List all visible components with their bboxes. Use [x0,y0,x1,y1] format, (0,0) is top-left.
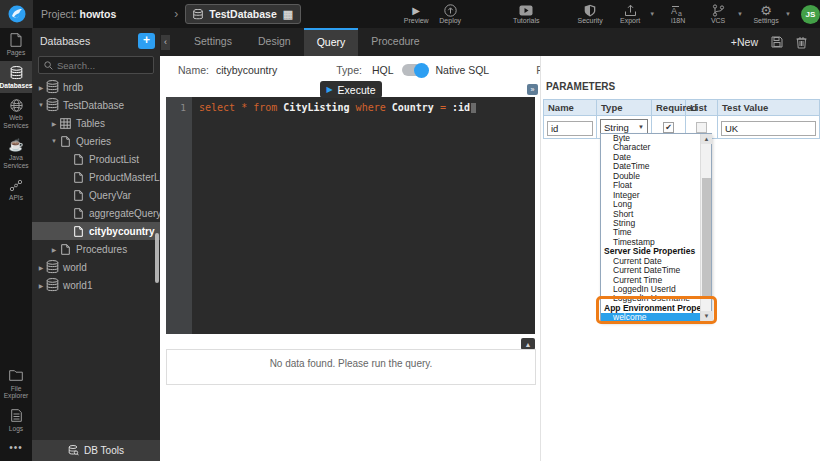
dropdown-option[interactable]: Current Time [601,276,700,285]
tab-settings[interactable]: Settings [181,28,245,56]
param-list-checkbox[interactable] [696,122,707,133]
topbar-action-tutorials[interactable]: Tutorials [509,5,543,24]
parameters-panel-toggle-icon[interactable]: » [527,84,538,95]
param-test-value-input[interactable] [721,121,816,136]
sql-type-toggle[interactable] [402,64,428,76]
tree-item-tables[interactable]: ▶Tables [32,114,160,132]
tabbar-actions: +New [731,36,807,49]
chevron-expanded-icon[interactable]: ▼ [36,102,46,108]
tree-item-world[interactable]: ▶world [32,258,160,276]
dropdown-option[interactable]: Byte [601,134,700,143]
dropdown-option[interactable]: Short [601,210,700,219]
dropdown-option[interactable]: Current Date [601,257,700,266]
dropdown-option[interactable]: Float [601,181,700,190]
globe-icon [10,98,23,112]
tree-item-hrdb[interactable]: ▶hrdb [32,78,160,96]
coffee-icon: ☕ [9,138,24,152]
topbar-action-label: VCS [711,17,725,24]
delete-icon[interactable] [796,36,807,49]
rail-item-pages[interactable]: Pages [0,28,32,61]
type-on-label: Native SQL [436,64,490,76]
tree-item-label: QueryVar [89,190,131,201]
rail-item-apis[interactable]: APIs [0,173,32,206]
tab-procedure[interactable]: Procedure [358,28,432,56]
column-header-test-value: Test Value [718,100,820,116]
chevron-collapsed-icon[interactable]: ▶ [36,264,46,271]
rail-item-java-services[interactable]: ☕Java Services [0,133,32,173]
tree-item-label: TestDatabase [63,100,124,111]
grid-icon[interactable]: ▦ [283,8,293,21]
dropdown-option[interactable]: Double [601,172,700,181]
dropdown-option[interactable]: Date [601,153,700,162]
tab-query[interactable]: Query [304,28,359,56]
sql-code-editor[interactable]: 1 select * from CityListing where Countr… [166,97,535,334]
topbar-action-i18n[interactable]: Aai18N [661,5,695,24]
entity-tab-testdatabase[interactable]: TestDatabase ▦ [185,4,301,24]
query-name-value[interactable]: citybycountry [216,64,277,76]
database-icon [46,98,59,112]
save-icon[interactable] [771,36,783,48]
dropdown-option[interactable]: Time [601,228,700,237]
dropdown-option[interactable]: Current DateTime [601,266,700,275]
tree-item-world1[interactable]: ▶world1 [32,276,160,294]
rail-item-web-services[interactable]: Web Services [0,93,32,133]
tree-item-aggregatequery[interactable]: aggregateQuery [32,204,160,222]
topbar-action-label: Deploy [439,17,461,24]
user-avatar[interactable]: JS [801,5,820,24]
tree-item-productlist[interactable]: ProductList [32,150,160,168]
add-database-button[interactable]: + [138,33,155,49]
chevron-collapsed-icon[interactable]: ▶ [49,120,59,127]
param-required-checkbox[interactable]: ✔ [663,122,674,133]
topbar-action-deploy[interactable]: Deploy [433,5,467,24]
dropdown-option[interactable]: Timestamp [601,238,700,247]
app-logo[interactable] [0,0,33,28]
left-rail: PagesDatabasesWeb Services☕Java Services… [0,28,32,461]
topbar-action-settings[interactable]: ⚙Settings [749,5,783,24]
new-query-button[interactable]: +New [731,36,758,48]
topbar-action-export[interactable]: Export [613,5,647,24]
param-name-input[interactable] [547,121,593,136]
rail-item-databases[interactable]: Databases [0,61,32,94]
search-input[interactable]: Search... [38,56,154,74]
execute-button[interactable]: ▶ Execute [320,81,382,98]
scroll-up-icon[interactable]: ▲ [701,134,712,144]
chevron-collapsed-icon[interactable]: ▶ [36,84,46,91]
rail-item-file-explorer[interactable]: File Explorer [0,364,32,404]
dropdown-option[interactable]: Character [601,143,700,152]
dropdown-scrollbar[interactable]: ▲ ▼ [700,134,711,321]
dropdown-option[interactable]: DateTime [601,162,700,171]
db-tools-label: DB Tools [84,445,124,456]
dropdown-option[interactable]: LoggedIn Username [601,294,700,303]
rail-item-logs[interactable]: Logs [0,404,32,437]
dropdown-option[interactable]: String [601,219,700,228]
db-tools-button[interactable]: DB Tools [32,440,160,461]
scroll-down-icon[interactable]: ▼ [701,311,712,321]
dropdown-option[interactable]: Long [601,200,700,209]
tree-item-queryvar[interactable]: QueryVar [32,186,160,204]
tree-item-testdatabase[interactable]: ▼TestDatabase [32,96,160,114]
chevron-expanded-icon[interactable]: ▼ [49,138,59,144]
chevron-collapsed-icon[interactable]: ▶ [49,246,59,253]
tab-design[interactable]: Design [245,28,304,56]
database-icon [46,260,59,274]
tree-item-productmasterlist[interactable]: ProductMasterList [32,168,160,186]
sidebar-scrollbar[interactable] [155,233,159,283]
project-label: Project: [41,8,77,20]
rail-item-label: APIs [9,194,23,202]
dropdown-option[interactable]: LoggedIn UserId [601,285,700,294]
tree-item-procedures[interactable]: ▶Procedures [32,240,160,258]
wavemaker-studio: Project: howtos › TestDatabase ▦ ▶Previe… [0,0,820,461]
dropdown-option[interactable]: Integer [601,191,700,200]
tree-item-label: hrdb [63,82,83,93]
more-options-icon[interactable]: ••• [0,436,32,461]
tree-item-queries[interactable]: ▼Queries [32,132,160,150]
scrollbar-thumb[interactable] [702,178,711,296]
topbar-action-preview[interactable]: ▶Preview [399,5,433,24]
tree-item-citybycountry[interactable]: citybycountry [32,222,160,240]
topbar-action-security[interactable]: Security [573,5,607,24]
database-icon [46,278,59,292]
chevron-collapsed-icon[interactable]: ▶ [36,282,46,289]
dropdown-option[interactable]: welcome [601,313,700,321]
sidebar-collapse-icon[interactable]: ‹ [161,35,170,50]
topbar-action-vcs[interactable]: VCS [701,5,735,24]
